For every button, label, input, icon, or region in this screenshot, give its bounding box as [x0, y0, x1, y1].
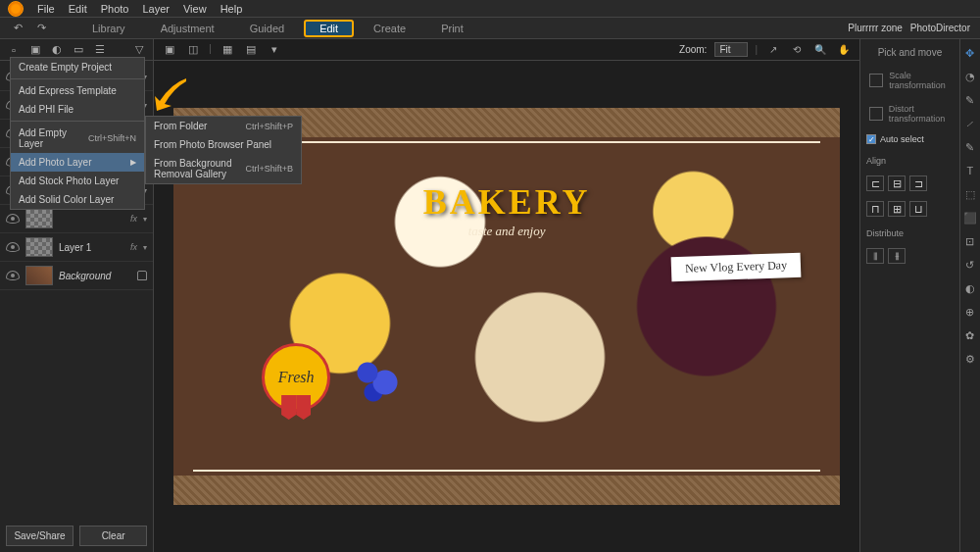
- layer-name: Layer 1: [59, 242, 124, 253]
- tab-guided[interactable]: Guided: [234, 20, 300, 37]
- layer-row[interactable]: Background: [0, 262, 153, 290]
- zoom-label: Zoom:: [679, 44, 707, 55]
- layer-thumbnail: [25, 209, 53, 228]
- menu-item[interactable]: Create Empty Project: [11, 58, 144, 76]
- tool-4[interactable]: ✎: [962, 139, 978, 155]
- tool-0[interactable]: ✥: [962, 45, 978, 61]
- menu-item[interactable]: Add Solid Color Layer: [11, 190, 144, 209]
- tool-5[interactable]: T: [962, 163, 978, 178]
- save-button[interactable]: Save/Share: [6, 526, 74, 546]
- align-top[interactable]: ⊓: [866, 201, 884, 217]
- mode-tabs: Library Adjustment Guided Edit Create Pr…: [76, 20, 479, 37]
- tool-6[interactable]: ⬚: [962, 186, 978, 202]
- redo-icon[interactable]: ↷: [33, 21, 49, 36]
- submenu-item[interactable]: From FolderCtrl+Shift+P: [146, 117, 301, 135]
- tool-11[interactable]: ⊕: [962, 304, 978, 320]
- undo-icon[interactable]: ↶: [10, 21, 25, 36]
- properties-panel: Pick and move Scale transformation Disto…: [859, 39, 959, 552]
- align-center-h[interactable]: ⊟: [888, 176, 906, 191]
- ruler-icon[interactable]: ▤: [243, 42, 259, 58]
- layer-thumbnail: [25, 266, 53, 285]
- add-photo-submenu: From FolderCtrl+Shift+PFrom Photo Browse…: [145, 116, 302, 184]
- menu-item[interactable]: Add PHI File: [11, 100, 144, 119]
- clear-button[interactable]: Clear: [79, 526, 147, 546]
- layer-thumbnail: [25, 237, 53, 257]
- distort-transform[interactable]: Distort transformation: [866, 101, 954, 126]
- tool-8[interactable]: ⊡: [962, 233, 978, 249]
- filter-icon[interactable]: ▽: [131, 42, 147, 58]
- user-zone: Plurrrrr zone: [848, 23, 903, 33]
- distort-icon: [869, 107, 883, 121]
- align-bottom[interactable]: ⊔: [909, 201, 927, 217]
- tool-3[interactable]: ⟋: [962, 116, 978, 131]
- image-layer-icon[interactable]: ▣: [27, 42, 43, 58]
- align-center-v[interactable]: ⊞: [888, 201, 906, 217]
- menu-edit[interactable]: Edit: [69, 3, 87, 15]
- tool-12[interactable]: ✿: [962, 327, 978, 343]
- fx-badge: fx: [130, 214, 137, 224]
- rotate-icon[interactable]: ⟲: [789, 42, 805, 58]
- layer-row[interactable]: Layer 1fx▾: [0, 233, 153, 262]
- grid-icon[interactable]: ▦: [220, 42, 235, 58]
- menu-item[interactable]: Add Express Template: [11, 81, 144, 100]
- check-icon: ✓: [866, 134, 876, 144]
- mask-icon[interactable]: ◐: [49, 42, 65, 58]
- vlog-banner: New Vlog Every Day: [671, 253, 802, 282]
- snap-icon[interactable]: ▾: [267, 42, 282, 58]
- group-icon[interactable]: ▭: [71, 42, 86, 58]
- tab-edit[interactable]: Edit: [304, 20, 354, 37]
- menu-item[interactable]: Add Empty LayerCtrl+Shift+N: [11, 124, 144, 153]
- align-right[interactable]: ⊐: [909, 176, 927, 191]
- single-view-icon[interactable]: ▣: [162, 42, 177, 58]
- menu-layer[interactable]: Layer: [142, 3, 170, 15]
- subtitle-text: taste and enjoy: [468, 224, 546, 239]
- chevron-down-icon[interactable]: ▾: [143, 243, 147, 252]
- tab-create[interactable]: Create: [358, 20, 421, 37]
- tool-7[interactable]: ⬛: [962, 210, 978, 226]
- export-icon[interactable]: ↗: [765, 42, 781, 58]
- annotation-arrow-icon: [152, 74, 191, 113]
- tool-10[interactable]: ◐: [962, 280, 978, 296]
- lock-icon: [137, 271, 147, 280]
- menu-item[interactable]: Add Stock Photo Layer: [11, 172, 144, 190]
- menu-file[interactable]: File: [37, 3, 55, 15]
- tab-print[interactable]: Print: [425, 20, 479, 37]
- tool-2[interactable]: ✎: [962, 92, 978, 108]
- distribute-section: Distribute: [866, 228, 954, 238]
- flowers-decoration: [350, 358, 409, 407]
- zoom-select[interactable]: Fit: [714, 42, 747, 57]
- menu-photo[interactable]: Photo: [101, 3, 129, 15]
- menu-help[interactable]: Help: [220, 3, 243, 15]
- app-logo-icon: [8, 1, 24, 17]
- header: ↶ ↷ Library Adjustment Guided Edit Creat…: [0, 18, 980, 39]
- tab-library[interactable]: Library: [76, 20, 141, 37]
- chevron-down-icon[interactable]: ▾: [143, 215, 147, 224]
- visibility-icon[interactable]: [6, 242, 20, 252]
- compare-view-icon[interactable]: ◫: [185, 42, 201, 58]
- tool-9[interactable]: ↺: [962, 257, 978, 273]
- visibility-icon[interactable]: [6, 214, 20, 224]
- app-name: PhotoDirector: [910, 23, 970, 33]
- scale-transform[interactable]: Scale transformation: [866, 68, 954, 93]
- distribute-h[interactable]: ⫴: [866, 248, 884, 264]
- align-left[interactable]: ⊏: [866, 176, 884, 191]
- zoom-in-icon[interactable]: 🔍: [812, 42, 828, 58]
- title-text: BAKERY: [423, 181, 591, 223]
- auto-select-checkbox[interactable]: ✓Auto select: [866, 134, 954, 144]
- tab-adjustment[interactable]: Adjustment: [145, 20, 230, 37]
- visibility-icon[interactable]: [6, 271, 20, 280]
- bottom-rule: [193, 470, 820, 472]
- layer-fx-icon[interactable]: ☰: [92, 42, 108, 58]
- tool-13[interactable]: ⚙: [962, 351, 978, 367]
- bottom-stripe: [173, 476, 840, 505]
- menu-bar: File Edit Photo Layer View Help: [0, 0, 980, 18]
- fresh-badge: Fresh: [262, 343, 330, 412]
- distribute-v[interactable]: ⫵: [888, 248, 906, 264]
- menu-view[interactable]: View: [183, 3, 207, 15]
- add-layer-icon[interactable]: ▫: [6, 42, 22, 58]
- submenu-item[interactable]: From Background Removal GalleryCtrl+Shif…: [146, 154, 301, 183]
- hand-icon[interactable]: ✋: [836, 42, 852, 58]
- menu-item[interactable]: Add Photo Layer▶: [11, 153, 144, 172]
- submenu-item[interactable]: From Photo Browser Panel: [146, 135, 301, 154]
- tool-1[interactable]: ◔: [962, 69, 978, 84]
